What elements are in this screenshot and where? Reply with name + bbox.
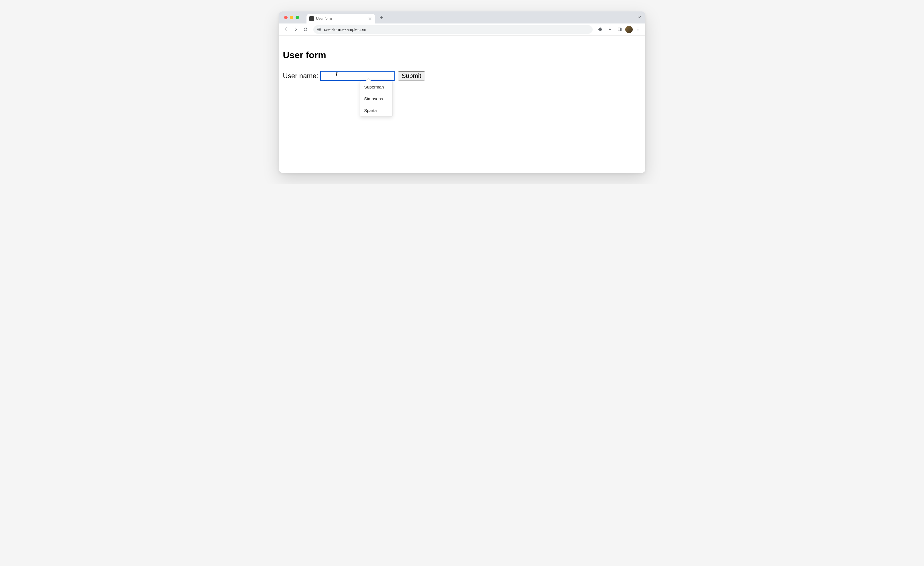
page-content: User form User name: Submit I Superman S…	[279, 36, 645, 173]
new-tab-button[interactable]	[378, 14, 386, 21]
forward-button[interactable]	[292, 25, 300, 34]
address-bar[interactable]: user-form.example.com	[314, 25, 592, 34]
back-button[interactable]	[282, 25, 291, 34]
tabs-dropdown-button[interactable]	[637, 15, 641, 20]
svg-point-4	[638, 29, 638, 30]
page-title: User form	[283, 50, 638, 60]
submit-button[interactable]: Submit	[398, 71, 425, 80]
username-label: User name:	[283, 72, 318, 80]
svg-point-5	[638, 30, 638, 31]
autocomplete-item[interactable]: Sparta	[360, 105, 392, 116]
tab-strip: User form	[279, 12, 645, 24]
window-controls	[282, 16, 302, 19]
user-form: User name: Submit	[283, 71, 638, 81]
close-window-button[interactable]	[284, 16, 288, 19]
autocomplete-item[interactable]: Simpsons	[360, 93, 392, 105]
reload-button[interactable]	[302, 25, 310, 34]
url-text: user-form.example.com	[324, 27, 366, 32]
profile-avatar[interactable]	[625, 26, 633, 33]
tab-title: User form	[316, 17, 365, 21]
username-input[interactable]	[320, 71, 394, 81]
side-panel-button[interactable]	[615, 25, 624, 34]
minimize-window-button[interactable]	[290, 16, 293, 19]
favicon-icon	[309, 17, 314, 21]
downloads-button[interactable]	[606, 25, 614, 34]
autocomplete-item[interactable]: Superman	[360, 81, 392, 93]
menu-button[interactable]	[634, 25, 642, 34]
browser-window: User form user-form.example.com	[279, 12, 645, 173]
extensions-button[interactable]	[596, 25, 604, 34]
browser-tab[interactable]: User form	[306, 14, 375, 24]
close-tab-button[interactable]	[368, 17, 372, 21]
svg-point-3	[638, 27, 638, 28]
maximize-window-button[interactable]	[296, 16, 299, 19]
autocomplete-popup: Superman Simpsons Sparta	[360, 81, 393, 117]
globe-icon	[317, 27, 321, 32]
browser-toolbar: user-form.example.com	[279, 24, 645, 36]
svg-rect-2	[620, 28, 621, 31]
